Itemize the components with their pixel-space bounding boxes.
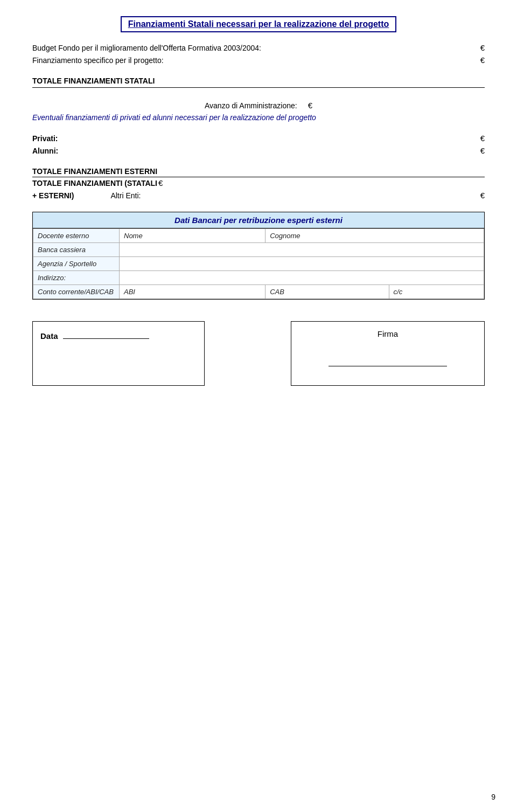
alunni-row: Alunni: € [32,146,485,155]
dati-bancari-section: Dati Bancari per retribuzione esperti es… [32,212,485,300]
finanziamento-label: Finanziamento specifico per il progetto: [32,56,164,65]
data-label: Data [40,331,58,341]
cab-col: CAB [266,285,389,299]
privati-label: Privati: [32,134,58,143]
altri-enti-prefix: + ESTERNI) [32,191,74,200]
nome-header: Nome [120,229,266,243]
data-underline-field [63,329,149,339]
privati-euro: € [480,134,485,143]
avanzo-label: Avanzo di Amministrazione: [205,101,297,110]
table-row: Agenzia / Sportello [33,257,484,271]
table-row: Indirizzo: [33,271,484,285]
budget-fondo-label: Budget Fondo per il miglioramento dell'O… [32,44,261,52]
finanziamento-euro: € [480,55,485,65]
alunni-label: Alunni: [32,147,58,155]
budget-fondo-euro: € [480,43,485,52]
data-box: Data [32,321,205,386]
eventuali-row: Eventuali finanziamenti di privati ed al… [32,113,485,122]
conto-label: Conto corrente/ABI/CAB [33,285,120,299]
totale-statali-label: TOTALE FINANZIAMENTI STATALI [32,77,155,85]
dati-bancari-table: Docente esterno Nome Cognome Banca cassi… [33,228,484,299]
main-title: Finanziamenti Statali necessari per la r… [121,16,397,32]
docente-label: Docente esterno [33,229,120,243]
banca-label: Banca cassiera [33,243,120,257]
table-row: Banca cassiera [33,243,484,257]
bottom-section: Data Firma [32,321,485,386]
main-title-container: Finanziamenti Statali necessari per la r… [32,16,485,32]
cc-col: c/c [389,285,484,299]
budget-fondo-row: Budget Fondo per il miglioramento dell'O… [32,43,485,52]
dati-bancari-header: Dati Bancari per retribuzione esperti es… [33,212,484,228]
firma-box: Firma [291,321,485,386]
totale-esterni-label: TOTALE FINANZIAMENTI ESTERNI [32,167,157,176]
abi-col: ABI [120,285,266,299]
finanziamento-row: Finanziamento specifico per il progetto:… [32,55,485,65]
totale-statali-esterni-row: TOTALE FINANZIAMENTI (STATALI € [32,178,485,188]
agenzia-value [120,257,484,271]
totale-statali-esterni-euro: € [158,178,163,188]
indirizzo-label: Indirizzo: [33,271,120,285]
table-row: Docente esterno Nome Cognome [33,229,484,243]
table-row: Conto corrente/ABI/CAB ABI CAB c/c [33,285,484,299]
agenzia-label: Agenzia / Sportello [33,257,120,271]
cognome-header: Cognome [266,229,484,243]
indirizzo-value [120,271,484,285]
altri-enti-row: + ESTERNI) Altri Enti: € [32,191,485,200]
altri-enti-euro: € [480,191,485,200]
avanzo-euro: € [308,101,312,110]
privati-row: Privati: € [32,134,485,143]
altri-enti-label: Altri Enti: [110,191,141,200]
eventuali-label: Eventuali finanziamenti di privati ed al… [32,113,316,122]
firma-label: Firma [378,329,398,338]
totale-statali-esterni-label: TOTALE FINANZIAMENTI (STATALI [32,179,157,188]
avanzo-row: Avanzo di Amministrazione: € [32,101,485,110]
alunni-euro: € [480,146,485,155]
firma-underline-field [329,357,447,366]
banca-value [120,243,484,257]
